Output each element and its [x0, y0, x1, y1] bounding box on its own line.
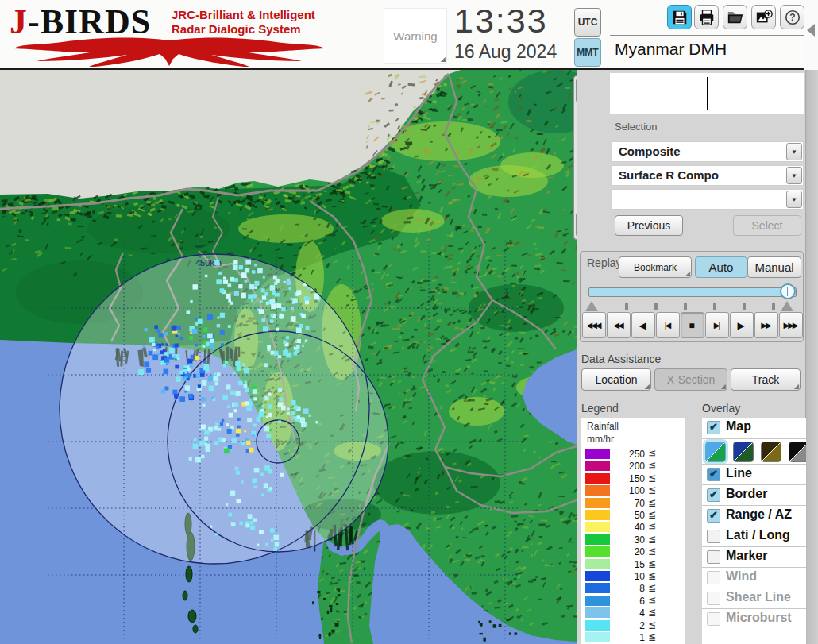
product-dropdown[interactable]: Surface R Compo ▼ [612, 165, 804, 186]
legend-row: 70≦ [581, 497, 685, 509]
legend-lte-symbol: ≦ [648, 534, 656, 545]
previous-button[interactable]: Previous [615, 215, 683, 236]
playback-play-button[interactable]: ▶ [730, 312, 754, 338]
slider-end-marker[interactable] [781, 301, 793, 311]
legend-swatch [585, 583, 610, 593]
overlay-row-range-az: ✔Range / AZ [702, 505, 806, 526]
legend-lte-symbol: ≦ [648, 484, 656, 496]
open-folder-button[interactable] [723, 5, 747, 29]
playback-rewind-full-button[interactable]: ◀◀◀ [582, 312, 606, 338]
eagle-logo-icon [14, 37, 324, 71]
legend-value: 8 [612, 583, 645, 594]
open-folder-icon [727, 9, 744, 26]
legend-swatch [585, 571, 610, 581]
overlay-item-label: Wind [726, 569, 757, 584]
legend-lte-symbol: ≦ [648, 448, 656, 459]
legend-swatch [585, 607, 610, 618]
select-button[interactable]: Select [733, 215, 801, 236]
replay-slider-handle[interactable] [780, 283, 796, 299]
panel-scrollbar[interactable] [805, 70, 818, 644]
chevron-down-icon[interactable]: ▼ [786, 143, 802, 160]
legend-value: 1 [612, 632, 645, 643]
playback-step-back-button[interactable]: |◀ [656, 312, 680, 338]
legend-row: 50≦ [581, 509, 685, 521]
help-button[interactable]: ? [780, 5, 804, 29]
corner-fold-icon: ◢ [645, 384, 650, 390]
radar-map[interactable]: 450km [0, 70, 577, 644]
legend-row: 100≦ [581, 484, 685, 496]
overlay-checkbox-marker[interactable] [707, 550, 720, 564]
overlay-row-shear-line: Shear Line [702, 588, 806, 609]
legend-row: 1≦ [581, 631, 685, 643]
mmt-button[interactable]: MMT [574, 38, 601, 67]
save-button[interactable] [667, 5, 692, 29]
legend-value: 50 [612, 510, 645, 521]
playback-play-back-button[interactable]: ◀ [631, 312, 655, 338]
manual-button[interactable]: Manual [747, 256, 801, 278]
chevron-down-icon[interactable]: ▼ [786, 167, 802, 184]
map-canvas[interactable]: 450km [0, 70, 577, 644]
legend-value: 2 [612, 620, 645, 631]
legend-swatch [585, 559, 610, 569]
overlay-checkbox-line[interactable]: ✔ [707, 468, 720, 481]
overlay-checkbox-border[interactable]: ✔ [707, 488, 720, 502]
replay-group: Replay Bookmark ◢ Auto Manual ◀◀◀◀◀◀|◀■▶… [580, 251, 804, 342]
playback-forward-full-button[interactable]: ▶▶▶ [779, 312, 803, 338]
overlay-row-wind: Wind [702, 567, 806, 588]
add-image-button[interactable] [751, 5, 776, 29]
map-style-swatch-4[interactable] [789, 442, 806, 462]
bookmark-button[interactable]: Bookmark ◢ [619, 256, 692, 278]
auto-button[interactable]: Auto [695, 256, 747, 278]
playback-fast-forward-button[interactable]: ▶▶ [754, 312, 778, 338]
clock-time: 13:33 [454, 2, 548, 40]
overlay-row-marker: Marker [702, 546, 806, 568]
overlay-checkbox-range-az[interactable]: ✔ [707, 509, 720, 523]
legend-swatch [585, 522, 610, 532]
legend-row: 20≦ [581, 546, 685, 557]
overlay-row-lati-long: Lati / Long [702, 526, 806, 547]
overlay-checkbox-map[interactable]: ✔ [707, 421, 720, 434]
legend-swatch [585, 546, 610, 557]
map-style-swatch-2[interactable] [733, 442, 754, 462]
help-icon: ? [784, 9, 801, 26]
overlay-checkbox-shear-line[interactable] [707, 592, 720, 605]
category-dropdown[interactable]: Composite ▼ [612, 141, 804, 162]
assist-track-button[interactable]: Track◢ [731, 368, 801, 391]
panel-collapse-tab[interactable] [804, 0, 818, 79]
overlay-item-label: Range / AZ [726, 507, 792, 522]
overlay-row-border: ✔Border [702, 484, 806, 506]
overlay-checkbox-wind[interactable] [707, 571, 720, 584]
legend-row: 40≦ [581, 521, 685, 533]
map-style-swatch-3[interactable] [761, 442, 781, 462]
legend-value: 200 [612, 461, 645, 472]
category-dropdown-value: Composite [619, 145, 681, 158]
playback-rewind-button[interactable]: ◀◀ [607, 312, 631, 338]
legend-lte-symbol: ≦ [648, 521, 656, 532]
overlay-checkbox-lati-long[interactable] [707, 530, 720, 543]
playback-stop-button[interactable]: ■ [681, 312, 704, 338]
assist-x-section-button[interactable]: X-Section◢ [654, 368, 727, 391]
chevron-down-icon[interactable]: ▼ [786, 191, 802, 208]
legend-label: Legend [581, 402, 619, 415]
legend-swatch [585, 510, 610, 520]
replay-slider-track[interactable] [588, 287, 797, 297]
utc-button[interactable]: UTC [574, 8, 601, 37]
slider-tick [625, 303, 628, 310]
warning-button[interactable]: Warning ◢ [384, 8, 447, 64]
jbirds-app: J-BIRDS JRC-Brilliant & Intelligent Rada… [0, 0, 818, 644]
legend-row: 200≦ [581, 460, 685, 472]
print-button[interactable] [694, 5, 719, 29]
corner-fold-icon: ◢ [794, 384, 799, 390]
playback-step-forward-button[interactable]: ▶| [705, 312, 729, 338]
legend-lte-symbol: ≦ [648, 546, 656, 557]
option-dropdown[interactable]: ▼ [612, 189, 804, 210]
legend-lte-symbol: ≦ [648, 472, 656, 484]
overlay-row-line: ✔Line [702, 464, 806, 485]
slider-start-marker[interactable] [585, 301, 598, 311]
overlay-checkbox-microburst[interactable] [707, 612, 720, 626]
legend-swatch [585, 596, 610, 606]
map-style-swatch-1[interactable] [705, 442, 726, 462]
legend-row: 4≦ [581, 607, 685, 619]
legend-lte-symbol: ≦ [648, 619, 656, 631]
assist-location-button[interactable]: Location◢ [581, 368, 651, 391]
